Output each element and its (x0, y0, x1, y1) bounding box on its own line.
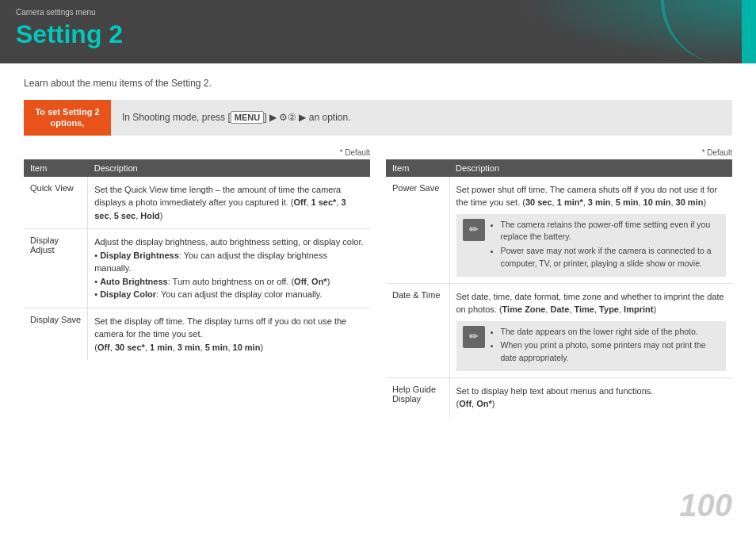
table-row: Date & Time Set date, time, date format,… (386, 283, 732, 377)
power-save-note-list: The camera retains the power-off time se… (490, 219, 720, 272)
menu-key: MENU (231, 111, 264, 124)
table-row: Quick View Set the Quick View time lengt… (24, 177, 370, 229)
desc-help-guide: Set to display help text about menus and… (449, 377, 732, 417)
table-row: Help GuideDisplay Set to display help te… (386, 377, 732, 417)
table-row: DisplayAdjust Adjust the display brightn… (24, 229, 370, 308)
right-col-item: Item (386, 159, 449, 177)
instruction-suffix: ] ▶ ⚙② ▶ an option. (264, 112, 350, 123)
instruction-prefix: In Shooting mode, press [ (122, 112, 231, 123)
instruction-label: To set Setting 2 options, (24, 100, 111, 136)
item-display-adjust: DisplayAdjust (24, 229, 88, 308)
note-pencil-icon: ✏ (463, 219, 485, 241)
right-table: Item Description Power Save Set power sh… (386, 159, 732, 417)
list-item: The date appears on the lower right side… (501, 326, 720, 339)
date-time-note-list: The date appears on the lower right side… (490, 326, 720, 366)
item-display-save: Display Save (24, 308, 88, 360)
note-pencil-icon2: ✏ (463, 326, 485, 348)
left-col-item: Item (24, 159, 88, 177)
desc-display-adjust: Adjust the display brightness, auto brig… (88, 229, 370, 308)
desc-power-save: Set power shut off time. The camera shut… (449, 177, 732, 284)
right-default-note: * Default (386, 148, 732, 157)
table-row: Display Save Set the display off time. T… (24, 308, 370, 360)
header-accent (742, 0, 756, 63)
desc-date-time: Set date, time, date format, time zone a… (449, 283, 732, 377)
item-help-guide: Help GuideDisplay (386, 377, 449, 417)
note-box-icon: ✏ The camera retains the power-off time … (463, 219, 720, 272)
list-item: When you print a photo, some printers ma… (501, 339, 720, 365)
item-quick-view: Quick View (24, 177, 88, 229)
instruction-row: To set Setting 2 options, In Shooting mo… (24, 100, 732, 136)
item-power-save: Power Save (386, 177, 449, 284)
left-col-desc: Description (88, 159, 370, 177)
list-item: The camera retains the power-off time se… (501, 219, 720, 244)
page-header: Camera settings menu Setting 2 (0, 0, 756, 63)
power-save-note: ✏ The camera retains the power-off time … (456, 214, 727, 277)
left-default-note: * Default (24, 148, 370, 157)
right-table-col: * Default Item Description Power Save Se… (386, 148, 732, 417)
date-time-note: ✏ The date appears on the lower right si… (456, 321, 727, 371)
item-date-time: Date & Time (386, 283, 449, 377)
note-box-icon2: ✏ The date appears on the lower right si… (463, 326, 720, 366)
page-number: 100 (679, 488, 732, 523)
main-content: Learn about the menu items of the Settin… (0, 63, 756, 431)
left-table-col: * Default Item Description Quick View Se… (24, 148, 370, 417)
right-col-desc: Description (449, 159, 732, 177)
list-item: Power save may not work if the camera is… (501, 245, 720, 270)
desc-display-save: Set the display off time. The display tu… (88, 308, 370, 360)
table-row: Power Save Set power shut off time. The … (386, 177, 732, 284)
desc-quick-view: Set the Quick View time length – the amo… (88, 177, 370, 229)
instruction-content: In Shooting mode, press [MENU] ▶ ⚙② ▶ an… (111, 100, 732, 136)
tables-row: * Default Item Description Quick View Se… (24, 148, 732, 417)
left-table: Item Description Quick View Set the Quic… (24, 159, 370, 361)
intro-text: Learn about the menu items of the Settin… (24, 78, 732, 89)
